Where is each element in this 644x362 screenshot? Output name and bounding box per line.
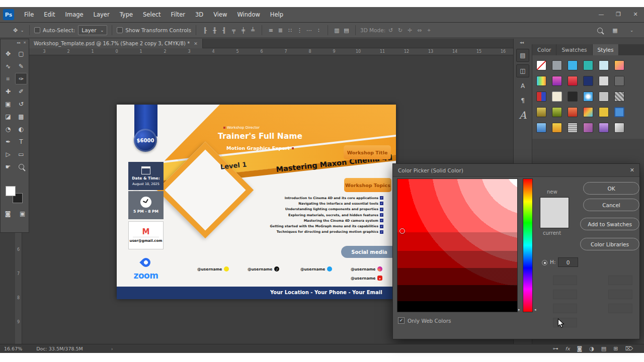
hue-slider[interactable] — [523, 178, 533, 312]
style-tile[interactable] — [568, 107, 578, 117]
zoom-level-field[interactable]: 16.67% — [4, 346, 22, 351]
style-tile[interactable] — [552, 60, 562, 70]
hue-value-input[interactable]: 0 — [558, 257, 578, 267]
distribute-top-icon[interactable]: ≡ — [267, 27, 275, 34]
color-libraries-button[interactable]: Color Libraries — [580, 238, 639, 250]
eyedropper-tool[interactable]: ✑ — [15, 73, 27, 84]
tab-color[interactable]: Color — [532, 44, 556, 55]
menu-file[interactable]: File — [19, 7, 39, 22]
threed-rotate-icon[interactable]: ↺ — [386, 27, 395, 34]
style-tile[interactable] — [536, 76, 546, 86]
healing-tool[interactable]: ✚ — [2, 85, 14, 97]
menu-select[interactable]: Select — [138, 7, 166, 22]
libraries-panel-icon[interactable]: ◫ — [516, 64, 529, 77]
style-tile[interactable] — [583, 107, 593, 117]
eraser-tool[interactable]: ◪ — [2, 111, 14, 122]
gradient-tool[interactable]: ▩ — [15, 111, 27, 122]
quick-select-tool[interactable]: ✎ — [15, 60, 27, 72]
align-bottom-icon[interactable]: ╧ — [249, 27, 257, 34]
distribute-hcenter-icon[interactable]: ⋯ — [305, 27, 313, 34]
paragraph-panel-icon[interactable]: ¶ — [517, 95, 529, 107]
align-vcenter-icon[interactable]: ╪ — [239, 27, 248, 34]
menu-image[interactable]: Image — [60, 7, 89, 22]
style-tile[interactable] — [583, 92, 593, 102]
style-tile[interactable] — [552, 76, 562, 86]
workspace-switcher-icon[interactable]: ▦ — [611, 27, 619, 34]
adjustment-layer-icon[interactable]: ◑ — [589, 345, 594, 352]
style-tile[interactable] — [536, 107, 546, 117]
style-tile[interactable] — [599, 107, 609, 117]
style-tile[interactable] — [614, 60, 624, 70]
style-tile[interactable] — [568, 92, 578, 102]
brush-tool[interactable]: ✐ — [15, 85, 27, 97]
distribute-bottom-icon[interactable]: ∷ — [286, 27, 294, 34]
workspace-chevron-icon[interactable]: ⌄ — [627, 28, 636, 33]
style-tile[interactable] — [536, 92, 546, 102]
style-tile[interactable] — [599, 60, 609, 70]
menu-help[interactable]: Help — [265, 7, 288, 22]
new-group-icon[interactable]: ▤ — [601, 345, 606, 352]
dialog-title-bar[interactable]: Color Picker (Solid Color) ✕ — [393, 164, 639, 177]
maximize-icon[interactable]: ❐ — [610, 7, 627, 22]
menu-layer[interactable]: Layer — [89, 7, 115, 22]
zoom-tool[interactable] — [15, 161, 27, 172]
distribute-right-icon[interactable]: ∶ — [314, 27, 323, 34]
threed-slide-icon[interactable]: ⇔ — [415, 27, 424, 34]
new-layer-icon[interactable]: ⊞ — [613, 345, 618, 352]
style-tile[interactable] — [583, 76, 593, 86]
style-tile[interactable] — [614, 107, 624, 117]
menu-view[interactable]: View — [208, 7, 232, 22]
align-left-icon[interactable]: ╟ — [201, 27, 209, 34]
glyphs-panel-icon[interactable]: A — [517, 109, 529, 121]
dock-collapse-icon[interactable]: ◂◂ — [520, 40, 524, 45]
crop-tool[interactable]: ⌗ — [2, 73, 14, 84]
menu-window[interactable]: Window — [232, 7, 265, 22]
color-field[interactable] — [397, 178, 518, 312]
style-tile[interactable] — [568, 60, 578, 70]
menu-3d[interactable]: 3D — [190, 7, 208, 22]
hue-radio[interactable] — [542, 260, 547, 265]
delete-layer-icon[interactable]: ⌦ — [625, 345, 633, 352]
tab-styles[interactable]: Styles — [593, 44, 619, 55]
path-select-tool[interactable]: ▷ — [2, 148, 14, 160]
style-tile[interactable] — [599, 76, 609, 86]
style-tile[interactable] — [614, 123, 624, 133]
document-tab[interactable]: Workshop_Template.psd @ 16.7% (Shape 2 c… — [29, 39, 203, 48]
hue-marker-right[interactable]: ◂ — [534, 308, 536, 312]
only-web-colors-checkbox[interactable]: ✓ — [398, 317, 405, 324]
threed-scale-icon[interactable]: ⌖ — [425, 27, 433, 34]
clone-stamp-tool[interactable]: ▣ — [2, 98, 14, 110]
history-brush-tool[interactable]: ↺ — [15, 98, 27, 110]
auto-select-checkbox[interactable] — [34, 27, 40, 33]
move-tool[interactable]: ✥ — [2, 48, 14, 59]
menu-type[interactable]: Type — [115, 7, 138, 22]
style-tile[interactable] — [583, 60, 593, 70]
style-tile[interactable] — [599, 123, 609, 133]
align-top-icon[interactable]: ╤ — [229, 27, 238, 34]
screen-mode-icon[interactable]: ▣ — [20, 210, 25, 217]
foreground-color-swatch[interactable] — [6, 186, 16, 196]
style-tile[interactable] — [583, 123, 593, 133]
collapse-icon[interactable]: ◂◂ — [17, 41, 20, 45]
align-right-icon[interactable]: ╢ — [220, 27, 228, 34]
align-options-icon[interactable]: ▤ — [342, 27, 351, 34]
layer-effects-icon[interactable]: fx — [566, 346, 570, 351]
new-current-swatch[interactable] — [540, 197, 569, 228]
threed-roll-icon[interactable]: ↻ — [396, 27, 405, 34]
add-to-swatches-button[interactable]: Add to Swatches — [580, 218, 639, 230]
status-chevron-icon[interactable]: › — [111, 346, 113, 351]
hue-marker-left[interactable]: ▸ — [518, 308, 520, 312]
type-tool[interactable]: T — [15, 136, 27, 147]
style-tile[interactable] — [552, 123, 562, 133]
search-icon[interactable] — [597, 28, 603, 33]
style-tile[interactable] — [568, 123, 578, 133]
lasso-tool[interactable]: ∿ — [2, 60, 14, 72]
show-transform-checkbox[interactable] — [117, 27, 123, 33]
quick-mask-icon[interactable]: ◙ — [5, 210, 11, 217]
distribute-spacing-icon[interactable]: ▥ — [333, 27, 341, 34]
style-tile[interactable] — [552, 92, 562, 102]
align-hcenter-icon[interactable]: ╫ — [210, 27, 219, 34]
style-tile[interactable] — [599, 92, 609, 102]
tab-swatches[interactable]: Swatches — [556, 44, 592, 55]
tool-preset-chevron-icon[interactable]: ⌄ — [20, 28, 25, 33]
